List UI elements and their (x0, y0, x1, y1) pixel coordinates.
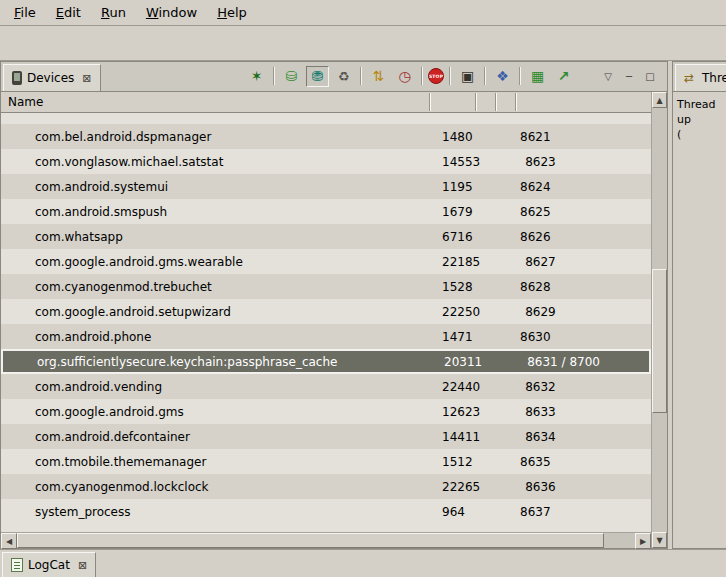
bottom-tab-strip: LogCat ⊠ (0, 549, 726, 577)
process-name-cell: com.vonglasow.michael.satstat (1, 155, 429, 169)
devices-toolbar: ✶ ⛁ ⛃ ♻ ⇅ ◷ STOP ▣ ❖ ▦ ↗ (245, 61, 667, 91)
menu-help[interactable]: Help (207, 2, 257, 23)
port-cell: 8625 (515, 205, 651, 219)
horizontal-scroll-track[interactable] (17, 533, 635, 548)
view-menu-icon[interactable]: ▽ (599, 67, 617, 85)
vertical-scrollbar[interactable]: ▲ ▼ (651, 92, 667, 548)
stop-process-icon[interactable]: STOP (428, 68, 444, 84)
tab-threads-label: Threa (702, 71, 726, 85)
maximize-icon[interactable]: □ (641, 67, 659, 85)
pid-cell: 22250 (429, 305, 480, 319)
tab-logcat[interactable]: LogCat ⊠ (2, 552, 96, 577)
table-row[interactable]: com.android.defcontainer 14411 8634 (1, 424, 651, 449)
process-name-cell: com.android.smspush (1, 205, 429, 219)
process-name-cell: com.google.android.setupwizard (1, 305, 429, 319)
tab-threads[interactable]: Threa (675, 64, 726, 91)
table-header: Name (1, 92, 651, 113)
table-row[interactable]: com.bel.android.dspmanager 1480 8621 (1, 124, 651, 149)
pid-cell: 1679 (429, 205, 475, 219)
scroll-up-icon[interactable]: ▲ (652, 92, 667, 108)
column-header-name[interactable]: Name (1, 95, 43, 109)
table-row[interactable]: com.google.android.gms.wearable 22185 86… (1, 249, 651, 274)
close-icon[interactable]: ⊠ (78, 559, 87, 572)
scroll-down-icon[interactable]: ▼ (652, 532, 667, 548)
process-name-cell: com.android.phone (1, 330, 429, 344)
minimize-icon[interactable]: ─ (620, 67, 638, 85)
vertical-scroll-track[interactable] (652, 108, 667, 532)
menu-edit[interactable]: Edit (46, 2, 91, 23)
port-cell: 8635 (515, 455, 651, 469)
horizontal-scroll-thumb[interactable] (17, 533, 604, 548)
view-hierarchy-icon[interactable]: ❖ (491, 66, 514, 87)
screen-capture-icon[interactable]: ▣ (456, 66, 479, 87)
table-row[interactable]: com.android.smspush 1679 8625 (1, 199, 651, 224)
table-row[interactable]: com.android.systemui 1195 8624 (1, 174, 651, 199)
scroll-right-icon[interactable]: ▶ (635, 533, 651, 549)
devices-tabbar: Devices ⊠ ✶ ⛁ ⛃ ♻ ⇅ ◷ STOP ▣ (1, 62, 667, 92)
close-icon[interactable]: ⊠ (82, 72, 91, 85)
port-cell: 8626 (515, 230, 651, 244)
update-heap-icon[interactable]: ⛁ (280, 66, 303, 87)
process-name-cell: com.cyanogenmod.lockclock (1, 480, 429, 494)
port-cell: 8623 (520, 155, 651, 169)
update-threads-icon[interactable]: ⇅ (367, 66, 390, 87)
threads-tabbar: Threa (673, 62, 726, 92)
pid-cell: 1512 (429, 455, 475, 469)
column-resize-handle[interactable] (429, 93, 431, 111)
ddms-window: File Edit Run Window Help Devices ⊠ ✶ ⛁ … (0, 0, 726, 577)
table-row[interactable]: com.whatsapp 6716 8626 (1, 224, 651, 249)
debug-process-icon[interactable]: ✶ (245, 66, 268, 87)
devices-view: Devices ⊠ ✶ ⛁ ⛃ ♻ ⇅ ◷ STOP ▣ (0, 61, 668, 549)
pid-cell: 964 (429, 505, 475, 519)
process-name-cell: com.bel.android.dspmanager (1, 130, 429, 144)
port-cell: 8630 (515, 330, 651, 344)
port-cell: 8634 (520, 430, 651, 444)
tab-devices-label: Devices (27, 71, 74, 85)
port-cell: 8627 (520, 255, 651, 269)
sysinfo-icon[interactable]: ↗ (552, 66, 575, 87)
pid-cell: 14411 (429, 430, 480, 444)
threads-message: Thread up ( (673, 92, 726, 548)
column-resize-handle[interactable] (515, 93, 517, 111)
toolbar-separator (519, 67, 521, 85)
pid-cell: 22185 (429, 255, 480, 269)
port-cell: 8628 (515, 280, 651, 294)
table-row[interactable]: system_process 964 8637 (1, 499, 651, 524)
process-name-cell: com.android.systemui (1, 180, 429, 194)
pid-cell: 6716 (429, 230, 475, 244)
process-name-cell: system_process (1, 505, 429, 519)
menu-run[interactable]: Run (91, 2, 136, 23)
pid-cell: 1471 (429, 330, 475, 344)
menu-file[interactable]: File (4, 2, 46, 23)
scroll-left-icon[interactable]: ◀ (1, 533, 17, 549)
toolbar-separator (421, 67, 423, 85)
process-name-cell: com.tmobile.thememanager (1, 455, 429, 469)
port-cell: 8632 (520, 380, 651, 394)
vertical-scroll-thumb[interactable] (652, 269, 667, 413)
table-row[interactable]: com.android.phone 1471 8630 (1, 324, 651, 349)
table-row[interactable]: com.android.vending 22440 8632 (1, 374, 651, 399)
table-row[interactable]: org.sufficientlysecure.keychain:passphra… (1, 349, 651, 374)
table-row[interactable]: com.google.android.setupwizard 22250 862… (1, 299, 651, 324)
column-resize-handle[interactable] (475, 93, 477, 111)
main-toolbar (0, 26, 726, 61)
pid-cell: 20311 (431, 355, 482, 369)
pid-cell: 14553 (429, 155, 480, 169)
table-row[interactable]: com.tmobile.thememanager 1512 8635 (1, 449, 651, 474)
port-cell: 8624 (515, 180, 651, 194)
table-row[interactable]: com.cyanogenmod.trebuchet 1528 8628 (1, 274, 651, 299)
column-resize-handle[interactable] (495, 93, 497, 111)
table-row[interactable]: com.google.android.gms 12623 8633 (1, 399, 651, 424)
tab-devices[interactable]: Devices ⊠ (3, 64, 101, 91)
horizontal-scrollbar[interactable]: ◀ ▶ (1, 532, 651, 548)
cause-gc-icon[interactable]: ♻ (332, 66, 355, 87)
table-row[interactable]: com.cyanogenmod.lockclock 22265 8636 (1, 474, 651, 499)
threads-message-line2: ( (677, 127, 722, 142)
process-name-cell: com.cyanogenmod.trebuchet (1, 280, 429, 294)
dump-hprof-icon[interactable]: ⛃ (306, 66, 329, 87)
systrace-icon[interactable]: ▦ (526, 66, 549, 87)
start-method-profiling-icon[interactable]: ◷ (393, 66, 416, 87)
table-row[interactable]: com.vonglasow.michael.satstat 14553 8623 (1, 149, 651, 174)
main-area: Devices ⊠ ✶ ⛁ ⛃ ♻ ⇅ ◷ STOP ▣ (0, 61, 726, 549)
menu-window[interactable]: Window (136, 2, 207, 23)
